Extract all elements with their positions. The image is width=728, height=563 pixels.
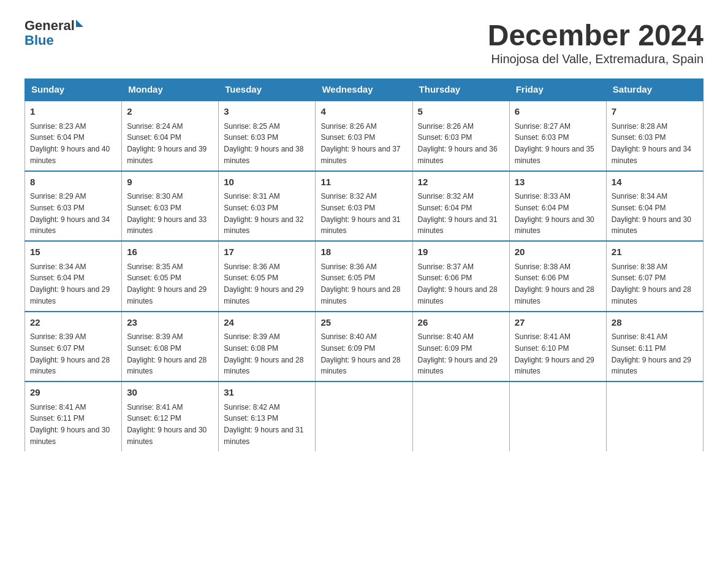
calendar-cell: 5 Sunrise: 8:26 AM Sunset: 6:03 PM Dayli…: [412, 101, 509, 171]
calendar-cell: 7 Sunrise: 8:28 AM Sunset: 6:03 PM Dayli…: [606, 101, 703, 171]
day-sunset: Sunset: 6:05 PM: [320, 274, 375, 282]
day-number: 31: [224, 386, 310, 400]
day-sunset: Sunset: 6:03 PM: [612, 133, 666, 142]
page-header: General Blue December 2024 Hinojosa del …: [25, 18, 703, 66]
day-sunrise: Sunrise: 8:36 AM: [224, 262, 279, 271]
day-number: 2: [127, 105, 213, 119]
day-daylight: Daylight: 9 hours and 34 minutes: [612, 145, 691, 165]
calendar-cell: [316, 381, 412, 451]
day-sunrise: Sunrise: 8:40 AM: [418, 332, 474, 341]
day-number: 4: [320, 105, 407, 119]
day-daylight: Daylight: 9 hours and 30 minutes: [30, 426, 110, 446]
day-number: 12: [418, 175, 504, 190]
day-daylight: Daylight: 9 hours and 28 minutes: [224, 356, 303, 376]
day-sunrise: Sunrise: 8:34 AM: [30, 262, 86, 271]
calendar-cell: 27 Sunrise: 8:41 AM Sunset: 6:10 PM Dayl…: [509, 312, 606, 382]
day-sunset: Sunset: 6:08 PM: [127, 344, 181, 353]
day-sunrise: Sunrise: 8:30 AM: [127, 192, 183, 201]
day-sunrise: Sunrise: 8:38 AM: [612, 262, 667, 271]
day-number: 11: [320, 175, 407, 190]
day-sunset: Sunset: 6:03 PM: [418, 133, 472, 142]
calendar-cell: 9 Sunrise: 8:30 AM Sunset: 6:03 PM Dayli…: [122, 171, 219, 242]
day-number: 1: [30, 105, 116, 119]
day-sunrise: Sunrise: 8:25 AM: [224, 122, 279, 131]
day-daylight: Daylight: 9 hours and 39 minutes: [127, 145, 207, 165]
header-wednesday: Wednesday: [316, 79, 412, 101]
calendar-cell: 18 Sunrise: 8:36 AM Sunset: 6:05 PM Dayl…: [316, 241, 412, 312]
day-number: 28: [612, 316, 698, 330]
day-number: 9: [127, 175, 213, 190]
day-sunrise: Sunrise: 8:33 AM: [515, 192, 571, 201]
calendar-cell: 14 Sunrise: 8:34 AM Sunset: 6:04 PM Dayl…: [606, 171, 703, 242]
day-number: 7: [612, 105, 698, 119]
day-sunset: Sunset: 6:05 PM: [127, 274, 181, 282]
calendar-cell: 16 Sunrise: 8:35 AM Sunset: 6:05 PM Dayl…: [122, 241, 219, 312]
day-sunset: Sunset: 6:09 PM: [320, 344, 375, 353]
day-sunset: Sunset: 6:07 PM: [30, 344, 85, 353]
day-sunset: Sunset: 6:11 PM: [30, 414, 85, 423]
header-sunday: Sunday: [25, 79, 122, 101]
logo-triangle-icon: [76, 20, 83, 27]
day-sunrise: Sunrise: 8:41 AM: [515, 332, 571, 341]
day-sunrise: Sunrise: 8:42 AM: [224, 403, 279, 412]
day-daylight: Daylight: 9 hours and 32 minutes: [224, 215, 303, 236]
calendar-cell: 20 Sunrise: 8:38 AM Sunset: 6:06 PM Dayl…: [509, 241, 606, 312]
day-sunrise: Sunrise: 8:36 AM: [320, 262, 376, 271]
day-daylight: Daylight: 9 hours and 30 minutes: [515, 215, 594, 236]
day-daylight: Daylight: 9 hours and 29 minutes: [127, 285, 207, 305]
header-thursday: Thursday: [412, 79, 509, 101]
day-daylight: Daylight: 9 hours and 31 minutes: [418, 215, 498, 236]
day-sunrise: Sunrise: 8:29 AM: [30, 192, 86, 201]
calendar-week-row: 1 Sunrise: 8:23 AM Sunset: 6:04 PM Dayli…: [25, 101, 703, 171]
day-daylight: Daylight: 9 hours and 30 minutes: [127, 426, 207, 446]
day-sunset: Sunset: 6:04 PM: [127, 133, 181, 142]
calendar-cell: [412, 381, 509, 451]
calendar-cell: 6 Sunrise: 8:27 AM Sunset: 6:03 PM Dayli…: [509, 101, 606, 171]
calendar-cell: 2 Sunrise: 8:24 AM Sunset: 6:04 PM Dayli…: [122, 101, 219, 171]
day-sunset: Sunset: 6:03 PM: [127, 204, 181, 212]
day-number: 19: [418, 245, 504, 259]
calendar-cell: 29 Sunrise: 8:41 AM Sunset: 6:11 PM Dayl…: [25, 381, 122, 451]
calendar-cell: 13 Sunrise: 8:33 AM Sunset: 6:04 PM Dayl…: [509, 171, 606, 242]
day-sunset: Sunset: 6:13 PM: [224, 414, 278, 423]
day-sunset: Sunset: 6:08 PM: [224, 344, 278, 353]
day-number: 21: [612, 245, 698, 259]
day-daylight: Daylight: 9 hours and 28 minutes: [418, 285, 498, 305]
day-number: 29: [30, 386, 116, 400]
day-daylight: Daylight: 9 hours and 28 minutes: [320, 285, 400, 305]
day-number: 16: [127, 245, 213, 259]
day-sunrise: Sunrise: 8:32 AM: [418, 192, 474, 201]
day-sunset: Sunset: 6:03 PM: [30, 204, 85, 212]
day-number: 27: [515, 316, 601, 330]
day-sunrise: Sunrise: 8:39 AM: [127, 332, 183, 341]
day-daylight: Daylight: 9 hours and 29 minutes: [224, 285, 303, 305]
day-sunset: Sunset: 6:06 PM: [515, 274, 569, 282]
day-sunrise: Sunrise: 8:41 AM: [127, 403, 183, 412]
day-sunset: Sunset: 6:04 PM: [30, 133, 85, 142]
day-number: 18: [320, 245, 407, 259]
day-daylight: Daylight: 9 hours and 35 minutes: [515, 145, 594, 165]
logo-blue-text: Blue: [25, 33, 54, 48]
header-tuesday: Tuesday: [219, 79, 316, 101]
calendar-table: SundayMondayTuesdayWednesdayThursdayFrid…: [25, 79, 703, 451]
day-sunset: Sunset: 6:03 PM: [515, 133, 569, 142]
day-daylight: Daylight: 9 hours and 31 minutes: [224, 426, 303, 446]
day-daylight: Daylight: 9 hours and 28 minutes: [127, 356, 207, 376]
day-sunrise: Sunrise: 8:34 AM: [612, 192, 667, 201]
day-number: 24: [224, 316, 310, 330]
day-sunrise: Sunrise: 8:41 AM: [30, 403, 86, 412]
day-sunset: Sunset: 6:05 PM: [224, 274, 278, 282]
day-daylight: Daylight: 9 hours and 28 minutes: [515, 285, 594, 305]
day-number: 3: [224, 105, 310, 119]
calendar-cell: 23 Sunrise: 8:39 AM Sunset: 6:08 PM Dayl…: [122, 312, 219, 382]
calendar-cell: 15 Sunrise: 8:34 AM Sunset: 6:04 PM Dayl…: [25, 241, 122, 312]
calendar-cell: 10 Sunrise: 8:31 AM Sunset: 6:03 PM Dayl…: [219, 171, 316, 242]
day-sunrise: Sunrise: 8:39 AM: [30, 332, 86, 341]
logo-general-text: General: [25, 18, 75, 33]
day-sunrise: Sunrise: 8:24 AM: [127, 122, 183, 131]
calendar-cell: 22 Sunrise: 8:39 AM Sunset: 6:07 PM Dayl…: [25, 312, 122, 382]
day-sunset: Sunset: 6:11 PM: [612, 344, 666, 353]
header-friday: Friday: [509, 79, 606, 101]
calendar-cell: [509, 381, 606, 451]
day-sunset: Sunset: 6:03 PM: [320, 204, 375, 212]
